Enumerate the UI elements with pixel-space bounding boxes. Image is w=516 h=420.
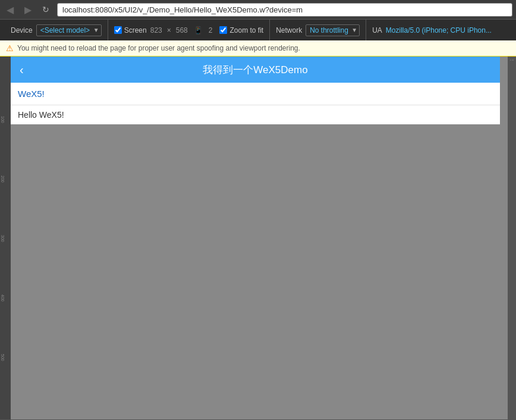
network-section: Network No throttling ▼: [270, 20, 366, 40]
device-label: Device: [11, 26, 33, 35]
device-model-select[interactable]: <Select model>: [36, 24, 102, 36]
app-back-button[interactable]: ‹: [17, 63, 27, 77]
device-model-wrapper[interactable]: <Select model> ▼: [36, 24, 102, 36]
ruler-mark-300: 300: [1, 235, 5, 242]
device-section: Device <Select model> ▼: [5, 20, 108, 40]
zoom-checkbox-label[interactable]: Zoom to fit: [219, 26, 263, 35]
network-label: Network: [276, 26, 302, 35]
screen-width: 823: [150, 26, 162, 35]
screen-checkbox[interactable]: [114, 26, 122, 34]
ua-value: Mozilla/5.0 (iPhone; CPU iPhon...: [386, 26, 492, 35]
screen-height: 568: [176, 26, 188, 35]
scale-value: 2: [209, 26, 213, 35]
mobile-viewport: ‹ 我得到一个WeX5Demo WeX5! Hello WeX5!: [11, 57, 500, 124]
content-text: Hello WeX5!: [11, 105, 500, 124]
forward-button[interactable]: ▶: [21, 3, 34, 17]
throttle-wrapper[interactable]: No throttling ▼: [306, 24, 360, 36]
back-button[interactable]: ◀: [4, 3, 17, 17]
warning-icon: ⚠: [6, 43, 14, 53]
ua-section: UA Mozilla/5.0 (iPhone; CPU iPhon...: [366, 20, 498, 40]
ruler-mark-400: 400: [1, 294, 5, 302]
zoom-label: Zoom to fit: [229, 26, 263, 35]
list-item-wex5[interactable]: WeX5!: [11, 83, 500, 105]
devtools-toolbar: Device <Select model> ▼ Screen 823 × 568…: [0, 19, 516, 40]
ua-label: UA: [372, 26, 382, 35]
warning-text: You might need to reload the page for pr…: [17, 44, 300, 52]
ruler-mark-200: 200: [1, 175, 5, 183]
ruler-mark-500: 500: [1, 354, 5, 361]
x-separator: ×: [167, 26, 171, 35]
app-header: ‹ 我得到一个WeX5Demo: [11, 57, 500, 83]
warning-bar: ⚠ You might need to reload the page for …: [0, 40, 516, 57]
ruler-left: 100 200 300 400 500: [0, 57, 11, 419]
screen-label: Screen: [124, 26, 147, 35]
browser-nav-bar: ◀ ▶ ↻: [0, 0, 516, 19]
ruler-mark-100: 100: [1, 116, 5, 123]
right-panel: ⋮: [508, 57, 516, 419]
app-title: 我得到一个WeX5Demo: [203, 63, 307, 77]
address-bar[interactable]: [57, 3, 512, 17]
throttle-select[interactable]: No throttling: [306, 24, 360, 36]
screen-checkbox-label[interactable]: Screen: [114, 26, 147, 35]
main-area: 100 200 300 400 500 ‹ 我得到一个WeX5Demo WeX5…: [0, 57, 516, 419]
zoom-checkbox[interactable]: [219, 26, 227, 34]
viewport-container: ‹ 我得到一个WeX5Demo WeX5! Hello WeX5!: [11, 57, 508, 419]
scrollbar-indicator: ⋮: [509, 58, 515, 63]
screen-section: Screen 823 × 568 📱 2 Zoom to fit: [108, 20, 270, 40]
reload-button[interactable]: ↻: [39, 4, 52, 15]
app-content: WeX5! Hello WeX5!: [11, 83, 500, 124]
